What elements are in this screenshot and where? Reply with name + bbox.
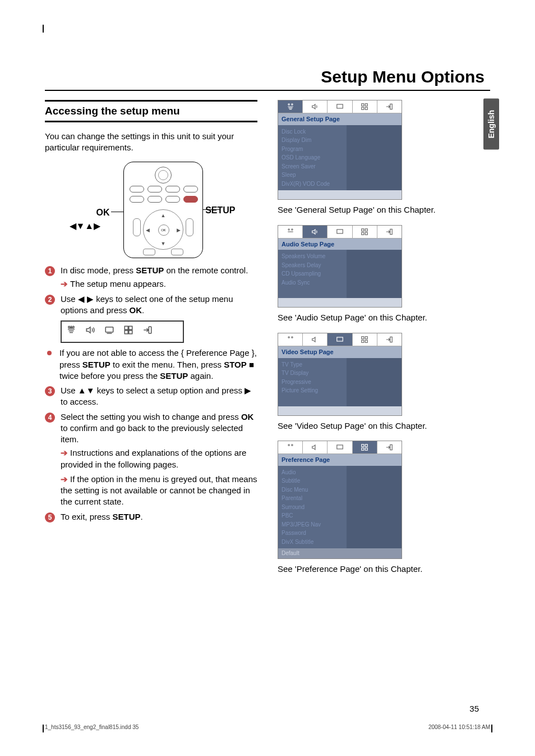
step-number-icon: 5 [45, 512, 55, 523]
menu-tab-exit-icon [377, 100, 402, 113]
svg-point-17 [291, 228, 292, 230]
menu-tab-audio-icon [303, 226, 328, 238]
step-number-icon: 1 [45, 266, 55, 276]
svg-rect-5 [124, 331, 128, 334]
step-4: 4 Select the setting you wish to change … [45, 411, 257, 446]
menu-tab-exit-icon [377, 333, 402, 346]
svg-rect-4 [129, 326, 132, 329]
svg-rect-26 [337, 337, 343, 341]
menu-tab-general-icon [278, 441, 303, 453]
step-3: 3 Use ▲▼ keys to select a setup option a… [45, 385, 257, 408]
arrow-icon: ➔ [61, 474, 68, 484]
step-number-icon: 4 [45, 413, 55, 423]
footer-right: 2008-04-11 10:51:18 AM [428, 724, 490, 730]
video-caption: See 'Video Setup Page' on this Chapter. [278, 420, 490, 432]
menu-tab-general-icon [278, 333, 303, 346]
svg-rect-36 [365, 445, 367, 447]
arrow-icon: ➔ [61, 448, 68, 457]
menu-header: Video Setup Page [278, 346, 402, 358]
arrow-icon: ➔ [61, 279, 68, 288]
menu-tab-audio-icon [303, 333, 328, 346]
step-4-sub2: ➔If the option in the menu is greyed out… [61, 474, 257, 508]
tab-icon [123, 325, 133, 338]
svg-rect-30 [365, 340, 367, 342]
page-number: 35 [469, 704, 479, 713]
svg-rect-2 [105, 327, 113, 332]
crop-mark [491, 725, 492, 732]
tab-icon [66, 325, 76, 338]
svg-point-33 [291, 445, 292, 446]
svg-rect-13 [362, 107, 364, 109]
svg-point-32 [288, 445, 289, 446]
svg-point-1 [72, 326, 74, 328]
footer-left: 1_hts3156_93_eng2_final815.indd 35 [45, 724, 139, 730]
video-setup-menu: Video Setup Page TV Type TV Display Prog… [278, 333, 402, 416]
svg-rect-19 [362, 228, 364, 231]
svg-point-8 [288, 104, 289, 105]
svg-rect-21 [362, 232, 364, 235]
svg-rect-35 [362, 445, 364, 447]
svg-rect-28 [365, 336, 367, 338]
menu-tab-audio-icon [303, 441, 328, 453]
audio-caption: See 'Audio Setup Page' on this Chapter. [278, 312, 490, 323]
menu-tab-pref-icon [353, 100, 377, 113]
section-heading: Accessing the setup menu [45, 100, 257, 122]
general-caption: See 'General Setup Page' on this Chapter… [278, 204, 490, 216]
svg-rect-22 [365, 232, 367, 235]
menu-status-bar [278, 298, 402, 307]
svg-rect-6 [129, 331, 132, 334]
svg-rect-10 [337, 104, 343, 108]
crop-mark [43, 25, 52, 33]
language-tab: English [483, 99, 499, 150]
preference-menu: Preference Page Audio Subtitle Disc Menu… [278, 441, 402, 559]
svg-rect-15 [390, 104, 393, 109]
bullet-note: If you are not able to access the { Pref… [45, 347, 257, 382]
menu-header: General Setup Page [278, 113, 402, 125]
svg-rect-23 [390, 229, 393, 234]
menu-tab-exit-icon [377, 441, 402, 453]
right-column: General Setup Page Disc Lock Display Dim… [278, 100, 490, 584]
svg-rect-37 [362, 448, 364, 450]
left-column: Accessing the setup menu You can change … [45, 100, 257, 584]
step-1: 1 In disc mode, press SETUP on the remot… [45, 265, 257, 276]
svg-rect-34 [337, 445, 343, 449]
step-4-sub1: ➔Instructions and explanations of the op… [61, 447, 257, 470]
menu-tab-video-icon [328, 226, 352, 238]
step-2: 2 Use ◀ ▶ keys to select one of the setu… [45, 294, 257, 317]
svg-point-16 [288, 228, 289, 230]
svg-rect-14 [365, 107, 367, 109]
svg-rect-11 [362, 104, 364, 106]
menu-tabs-illustration [61, 320, 184, 343]
svg-rect-29 [362, 340, 364, 342]
step-number-icon: 2 [45, 295, 55, 305]
step-1-sub: ➔The setup menu appears. [61, 278, 257, 290]
crop-mark [43, 725, 44, 732]
svg-rect-7 [149, 327, 151, 333]
audio-setup-menu: Audio Setup Page Speakers Volume Speaker… [278, 225, 402, 308]
menu-tab-general-icon [278, 100, 303, 113]
svg-rect-38 [365, 448, 367, 450]
menu-tab-video-icon [328, 441, 352, 453]
page-title: Setup Menu Options [45, 67, 490, 86]
menu-status-bar [278, 190, 402, 199]
pref-caption: See 'Preference Page' on this Chapter. [278, 563, 490, 575]
menu-tab-audio-icon [303, 100, 328, 113]
diagram-label-setup: SETUP [205, 204, 235, 217]
diagram-label-arrows: ◀▼▲▶ [70, 220, 101, 232]
title-rule [45, 90, 490, 91]
svg-rect-20 [365, 228, 367, 231]
diagram-label-ok: OK [96, 207, 110, 219]
svg-rect-18 [337, 230, 343, 233]
menu-tab-pref-icon [353, 333, 377, 346]
menu-header: Audio Setup Page [278, 239, 402, 250]
svg-rect-39 [390, 445, 393, 450]
svg-rect-3 [124, 326, 128, 329]
menu-tab-pref-icon [353, 226, 377, 238]
svg-rect-31 [390, 337, 393, 342]
tab-icon [104, 325, 114, 338]
remote-diagram: OK ◀▼▲▶ SETUP OK ▲▼◀▶ [84, 162, 219, 257]
step-5: 5 To exit, press SETUP. [45, 511, 257, 523]
svg-point-24 [288, 336, 289, 337]
menu-status-bar: Default [278, 548, 402, 558]
svg-point-0 [68, 326, 70, 328]
